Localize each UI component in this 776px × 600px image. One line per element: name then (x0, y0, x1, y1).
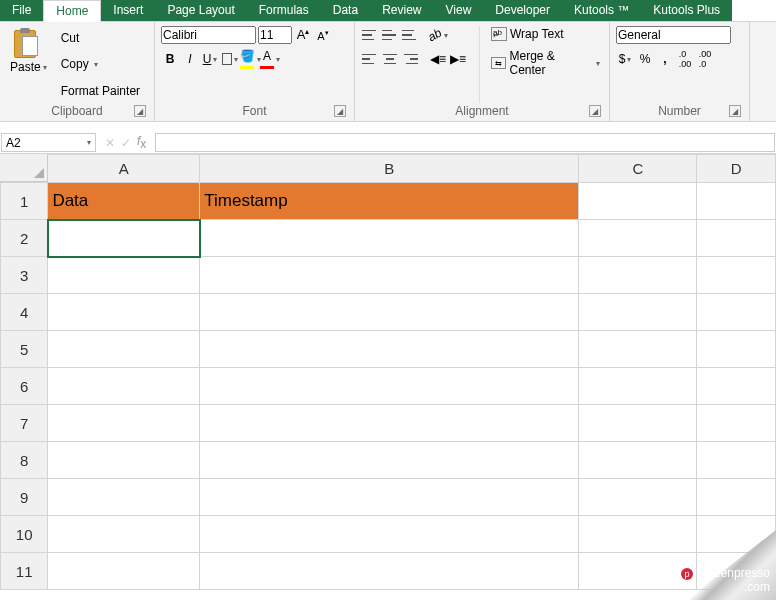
wrap-text-button[interactable]: ab↵ Wrap Text (488, 26, 603, 42)
increase-decimal-button[interactable]: .0.00 (676, 50, 694, 68)
row-header-8[interactable]: 8 (1, 442, 48, 479)
name-box[interactable]: A2 ▾ (1, 133, 96, 152)
col-header-d[interactable]: D (697, 155, 776, 183)
cell-b3[interactable] (200, 257, 579, 294)
row-header-3[interactable]: 3 (1, 257, 48, 294)
cell-b9[interactable] (200, 479, 579, 516)
tab-developer[interactable]: Developer (483, 0, 562, 21)
cell-c2[interactable] (579, 220, 697, 257)
row-header-10[interactable]: 10 (1, 516, 48, 553)
formula-bar-input[interactable] (155, 133, 775, 152)
decrease-indent-button[interactable]: ◀≡ (429, 50, 447, 68)
tab-home[interactable]: Home (43, 0, 101, 22)
cell-a8[interactable] (48, 442, 200, 479)
cell-c9[interactable] (579, 479, 697, 516)
cell-d5[interactable] (697, 331, 776, 368)
font-name-select[interactable] (161, 26, 256, 44)
align-right-button[interactable] (401, 50, 419, 68)
cell-b10[interactable] (200, 516, 579, 553)
enter-formula-icon[interactable]: ✓ (121, 136, 131, 150)
font-size-select[interactable] (258, 26, 292, 44)
cell-c8[interactable] (579, 442, 697, 479)
dialog-launcher-icon[interactable]: ◢ (134, 105, 146, 117)
orientation-button[interactable]: ab▾ (429, 26, 447, 44)
row-header-1[interactable]: 1 (1, 183, 48, 220)
cell-d1[interactable] (697, 183, 776, 220)
cell-a7[interactable] (48, 405, 200, 442)
col-header-b[interactable]: B (200, 155, 579, 183)
cut-button[interactable]: Cut (55, 30, 143, 46)
cell-a6[interactable] (48, 368, 200, 405)
cell-c6[interactable] (579, 368, 697, 405)
tab-review[interactable]: Review (370, 0, 433, 21)
fill-color-button[interactable]: 🪣▾ (241, 50, 259, 68)
accounting-format-button[interactable]: $▾ (616, 50, 634, 68)
align-left-button[interactable] (361, 50, 379, 68)
cell-d8[interactable] (697, 442, 776, 479)
cell-a10[interactable] (48, 516, 200, 553)
row-header-5[interactable]: 5 (1, 331, 48, 368)
row-header-9[interactable]: 9 (1, 479, 48, 516)
cell-d4[interactable] (697, 294, 776, 331)
cell-c1[interactable] (579, 183, 697, 220)
tab-kutools[interactable]: Kutools ™ (562, 0, 641, 21)
copy-button[interactable]: Copy▾ (55, 56, 143, 72)
align-center-button[interactable] (381, 50, 399, 68)
row-header-2[interactable]: 2 (1, 220, 48, 257)
cell-b8[interactable] (200, 442, 579, 479)
row-header-11[interactable]: 11 (1, 553, 48, 590)
cell-d2[interactable] (697, 220, 776, 257)
dialog-launcher-icon[interactable]: ◢ (334, 105, 346, 117)
cell-a2[interactable] (48, 220, 200, 257)
cell-c5[interactable] (579, 331, 697, 368)
merge-center-button[interactable]: ⇆ Merge & Center▾ (488, 48, 603, 78)
cell-a9[interactable] (48, 479, 200, 516)
row-header-7[interactable]: 7 (1, 405, 48, 442)
row-header-4[interactable]: 4 (1, 294, 48, 331)
cell-d7[interactable] (697, 405, 776, 442)
cell-b4[interactable] (200, 294, 579, 331)
tab-page-layout[interactable]: Page Layout (155, 0, 246, 21)
cell-a3[interactable] (48, 257, 200, 294)
font-color-button[interactable]: A▾ (261, 50, 279, 68)
cancel-formula-icon[interactable]: ✕ (105, 136, 115, 150)
cell-a4[interactable] (48, 294, 200, 331)
cell-b1[interactable]: Timestamp (200, 183, 579, 220)
number-format-select[interactable] (616, 26, 731, 44)
align-middle-button[interactable] (381, 26, 399, 44)
cell-d3[interactable] (697, 257, 776, 294)
col-header-c[interactable]: C (579, 155, 697, 183)
tab-data[interactable]: Data (321, 0, 370, 21)
decrease-font-button[interactable]: A▾ (314, 26, 332, 44)
dialog-launcher-icon[interactable]: ◢ (729, 105, 741, 117)
cell-a1[interactable]: Data (48, 183, 200, 220)
select-all-corner[interactable] (0, 154, 48, 182)
cell-c7[interactable] (579, 405, 697, 442)
cell-d6[interactable] (697, 368, 776, 405)
increase-font-button[interactable]: A▴ (294, 26, 312, 44)
italic-button[interactable]: I (181, 50, 199, 68)
cell-d9[interactable] (697, 479, 776, 516)
dialog-launcher-icon[interactable]: ◢ (589, 105, 601, 117)
row-header-6[interactable]: 6 (1, 368, 48, 405)
fx-icon[interactable]: fx (137, 134, 146, 151)
cell-c3[interactable] (579, 257, 697, 294)
bold-button[interactable]: B (161, 50, 179, 68)
tab-kutools-plus[interactable]: Kutools Plus (641, 0, 732, 21)
cell-b7[interactable] (200, 405, 579, 442)
paste-button[interactable]: Paste▾ (6, 26, 51, 103)
tab-view[interactable]: View (434, 0, 484, 21)
tab-file[interactable]: File (0, 0, 43, 21)
underline-button[interactable]: U▾ (201, 50, 219, 68)
format-painter-button[interactable]: Format Painter (55, 83, 143, 99)
cell-a5[interactable] (48, 331, 200, 368)
cell-c4[interactable] (579, 294, 697, 331)
align-bottom-button[interactable] (401, 26, 419, 44)
cell-b5[interactable] (200, 331, 579, 368)
cell-b2[interactable] (200, 220, 579, 257)
cell-a11[interactable] (48, 553, 200, 590)
tab-formulas[interactable]: Formulas (247, 0, 321, 21)
cell-b6[interactable] (200, 368, 579, 405)
borders-button[interactable]: ▾ (221, 50, 239, 68)
cell-b11[interactable] (200, 553, 579, 590)
